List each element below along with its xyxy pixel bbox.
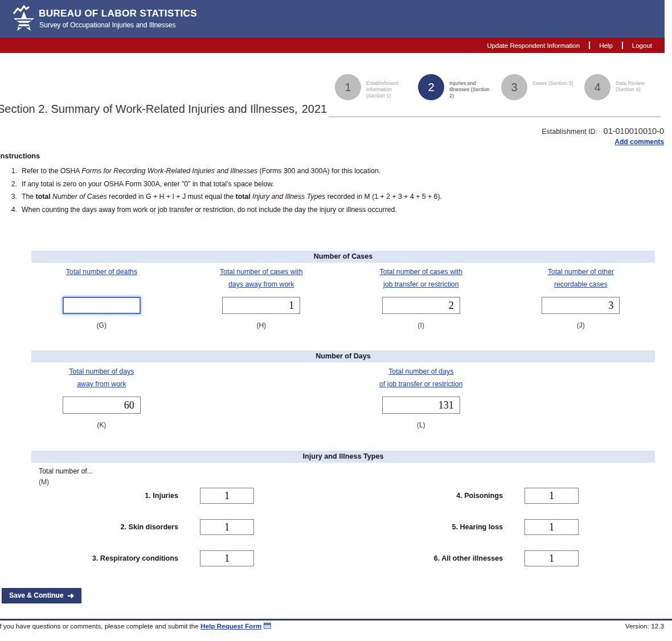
instructions-list: 1.Refer to the OSHA Forms for Recording … (0, 165, 672, 216)
help-link[interactable]: Help (599, 42, 613, 49)
job-transfer-cases-column: Total number of cases with job transfer … (341, 266, 501, 329)
save-continue-label: Save & Continue (9, 591, 63, 599)
version-label: Version: 12.3 (625, 622, 664, 630)
footer-help-text: If you have questions or comments, pleas… (0, 622, 271, 630)
job-transfer-days-link[interactable]: of job transfer or restriction (379, 378, 462, 390)
injuries-input[interactable] (200, 488, 254, 504)
types-intro-text: Total number of... (39, 467, 661, 475)
add-comments-link[interactable]: Add comments (614, 138, 664, 146)
days-away-cases-input[interactable] (222, 297, 300, 314)
step-number-badge: 1 (335, 74, 361, 100)
number-of-days-heading: Number of Days (31, 350, 655, 362)
column-letter-j: (J) (577, 321, 585, 329)
arrow-right-icon: ➜ (67, 592, 74, 599)
job-transfer-days-link[interactable]: Total number of days (379, 365, 462, 378)
job-transfer-cases-link[interactable]: job transfer or restriction (379, 278, 462, 291)
step-injuries-illnesses[interactable]: 2 Injuries and Illnesses (Section 2) (418, 74, 501, 100)
survey-year: 2021 (302, 103, 327, 115)
instructions-section: Instructions 1.Refer to the OSHA Forms f… (0, 152, 672, 216)
job-transfer-days-input[interactable] (382, 397, 460, 414)
instruction-item: 1.Refer to the OSHA Forms for Recording … (0, 165, 672, 178)
title-underline (329, 116, 661, 117)
column-letter-l: (L) (417, 421, 425, 429)
other-recordable-link[interactable]: Total number of other (548, 266, 614, 278)
days-away-cases-link[interactable]: Total number of cases with (220, 266, 303, 278)
skin-disorders-label: 2. Skin disorders (22, 523, 178, 531)
page-footer: If you have questions or comments, pleas… (0, 619, 672, 622)
number-of-days-section: Number of Days Total number of days away… (22, 350, 661, 429)
number-of-cases-heading: Number of Cases (31, 251, 655, 263)
establishment-block: Establishment ID: 01-010010010-0 Add com… (542, 126, 664, 146)
step-number-badge: 3 (501, 74, 527, 100)
job-transfer-cases-input[interactable] (382, 297, 460, 314)
bls-survey-page: BUREAU OF LABOR STATISTICS Survey of Occ… (0, 0, 672, 641)
header-bar: BUREAU OF LABOR STATISTICS Survey of Occ… (0, 0, 665, 38)
instruction-item: 4.When counting the days away from work … (0, 203, 672, 217)
skin-disorders-input[interactable] (200, 519, 254, 535)
deaths-column: Total number of deaths (G) (22, 266, 182, 329)
save-continue-button[interactable]: Save & Continue ➜ (2, 588, 81, 603)
column-letter-i: (I) (418, 321, 424, 329)
respiratory-conditions-input[interactable] (200, 550, 254, 566)
poisonings-input[interactable] (525, 488, 579, 504)
injury-illness-types-section: Injury and Illness Types Total number of… (22, 451, 661, 566)
other-recordable-input[interactable] (542, 297, 620, 314)
step-label: Establishment Information (Section 1) (366, 74, 412, 100)
column-letter-k: (K) (97, 421, 106, 429)
step-data-review[interactable]: 4 Data Review (Section 4) (584, 74, 661, 100)
other-recordable-column: Total number of other recordable cases (… (501, 266, 661, 329)
other-illnesses-input[interactable] (525, 550, 579, 566)
update-respondent-link[interactable]: Update Respondent Information (487, 42, 580, 49)
column-letter-g: (G) (97, 321, 106, 329)
poisonings-label: 4. Poisonings (276, 492, 503, 500)
column-letter-m: (M) (39, 478, 661, 486)
number-of-cases-section: Number of Cases Total number of deaths (… (22, 251, 661, 329)
injury-illness-types-heading: Injury and Illness Types (31, 451, 655, 463)
instructions-heading: Instructions (0, 152, 672, 160)
respiratory-conditions-label: 3. Respiratory conditions (22, 554, 178, 562)
total-deaths-link[interactable]: Total number of deaths (66, 266, 137, 278)
logout-link[interactable]: Logout (632, 42, 652, 49)
survey-subtitle: Survey of Occupational Injuries and Illn… (39, 21, 175, 29)
page-title: Section 2. Summary of Work-Related Injur… (0, 103, 327, 116)
other-illnesses-label: 6. All other illnesses (276, 554, 503, 562)
column-letter-h: (H) (256, 321, 266, 329)
step-label: Injuries and Illnesses (Section 2) (449, 74, 495, 100)
step-number-badge: 4 (584, 74, 610, 100)
total-days-away-link[interactable]: away from work (69, 378, 134, 390)
injuries-label: 1. Injuries (22, 492, 178, 500)
days-away-cases-link[interactable]: days away from work (220, 278, 303, 291)
other-recordable-link[interactable]: recordable cases (548, 278, 614, 291)
days-away-cases-column: Total number of cases with days away fro… (182, 266, 342, 329)
help-request-form-link[interactable]: Help Request Form (200, 622, 261, 630)
establishment-id-label: Establishment ID: (542, 128, 597, 136)
agency-title: BUREAU OF LABOR STATISTICS (39, 8, 197, 19)
deaths-input[interactable] (63, 297, 141, 314)
section-title-text: Section 2. Summary of Work-Related Injur… (0, 103, 298, 115)
types-grid: 1. Injuries 4. Poisonings 2. Skin disord… (22, 488, 661, 566)
utility-nav: Update Respondent Information Help Logou… (0, 38, 665, 53)
days-away-input[interactable] (63, 397, 141, 414)
nav-divider (622, 42, 623, 49)
job-transfer-days-column: Total number of days of job transfer or … (341, 365, 501, 429)
step-label: Data Review (Section 4) (616, 74, 661, 100)
instruction-item: 2.If any total is zero on your OSHA Form… (0, 178, 672, 191)
bls-logo-icon (11, 5, 36, 33)
establishment-id-value: 01-010010010-0 (604, 126, 664, 136)
hearing-loss-label: 5. Hearing loss (276, 523, 503, 531)
total-days-away-link[interactable]: Total number of days (69, 365, 134, 378)
step-number-badge: 2 (418, 74, 444, 100)
nav-divider (589, 42, 590, 49)
step-establishment-information[interactable]: 1 Establishment Information (Section 1) (335, 74, 418, 100)
instruction-item: 3.The total Number of Cases recorded in … (0, 190, 672, 203)
job-transfer-cases-link[interactable]: Total number of cases with (379, 266, 462, 278)
new-window-icon (264, 623, 271, 629)
progress-steps: 1 Establishment Information (Section 1) … (335, 74, 661, 100)
days-away-column: Total number of days away from work (K) (22, 365, 182, 429)
step-cases[interactable]: 3 Cases (Section 3) (501, 74, 584, 100)
step-label: Cases (Section 3) (532, 74, 573, 100)
hearing-loss-input[interactable] (525, 519, 579, 535)
